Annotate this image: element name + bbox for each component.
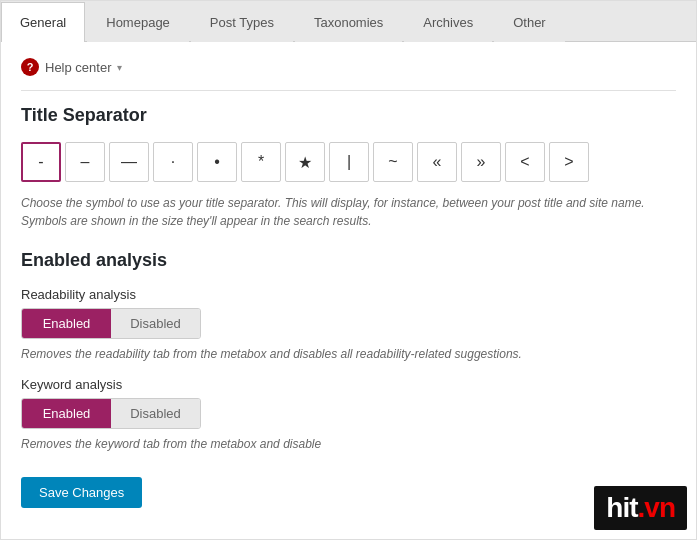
separator-button-2[interactable]: — <box>109 142 149 182</box>
keyword-label: Keyword analysis <box>21 377 676 392</box>
chevron-down-icon: ▾ <box>117 62 122 73</box>
separator-button-12[interactable]: > <box>549 142 589 182</box>
tab-homepage[interactable]: Homepage <box>87 2 189 42</box>
keyword-hint: Removes the keyword tab from the metabox… <box>21 435 676 453</box>
keyword-toggle-group: Enabled Disabled <box>21 398 201 429</box>
separator-button-0[interactable]: - <box>21 142 61 182</box>
enabled-analysis-section: Enabled analysis Readability analysis En… <box>21 250 676 453</box>
help-icon: ? <box>21 58 39 76</box>
tab-bar: General Homepage Post Types Taxonomies A… <box>1 1 696 42</box>
tab-taxonomies[interactable]: Taxonomies <box>295 2 402 42</box>
separator-button-11[interactable]: < <box>505 142 545 182</box>
separator-grid: -–—·•*★|~«»<> <box>21 142 676 182</box>
help-center-label: Help center <box>45 60 111 75</box>
keyword-disabled-option[interactable]: Disabled <box>111 399 200 428</box>
content-area: ? Help center ▾ Title Separator -–—·•*★|… <box>1 42 696 524</box>
separator-button-8[interactable]: ~ <box>373 142 413 182</box>
main-container: General Homepage Post Types Taxonomies A… <box>0 0 697 540</box>
separator-button-10[interactable]: » <box>461 142 501 182</box>
separator-hint: Choose the symbol to use as your title s… <box>21 194 676 230</box>
readability-hint: Removes the readability tab from the met… <box>21 345 676 363</box>
readability-toggle-group: Enabled Disabled <box>21 308 201 339</box>
separator-button-4[interactable]: • <box>197 142 237 182</box>
keyword-enabled-option[interactable]: Enabled <box>22 399 111 428</box>
tab-post-types[interactable]: Post Types <box>191 2 293 42</box>
separator-button-1[interactable]: – <box>65 142 105 182</box>
tab-archives[interactable]: Archives <box>404 2 492 42</box>
readability-enabled-option[interactable]: Enabled <box>22 309 111 338</box>
separator-button-3[interactable]: · <box>153 142 193 182</box>
tab-general[interactable]: General <box>1 2 85 42</box>
title-separator-heading: Title Separator <box>21 105 676 126</box>
separator-button-5[interactable]: * <box>241 142 281 182</box>
title-separator-section: Title Separator -–—·•*★|~«»<> Choose the… <box>21 105 676 230</box>
separator-button-7[interactable]: | <box>329 142 369 182</box>
keyword-analysis-item: Keyword analysis Enabled Disabled Remove… <box>21 377 676 453</box>
enabled-analysis-heading: Enabled analysis <box>21 250 676 271</box>
readability-disabled-option[interactable]: Disabled <box>111 309 200 338</box>
save-changes-button[interactable]: Save Changes <box>21 477 142 508</box>
tab-other[interactable]: Other <box>494 2 565 42</box>
separator-button-9[interactable]: « <box>417 142 457 182</box>
readability-analysis-item: Readability analysis Enabled Disabled Re… <box>21 287 676 363</box>
separator-button-6[interactable]: ★ <box>285 142 325 182</box>
help-center-link[interactable]: ? Help center ▾ <box>21 58 676 91</box>
readability-label: Readability analysis <box>21 287 676 302</box>
